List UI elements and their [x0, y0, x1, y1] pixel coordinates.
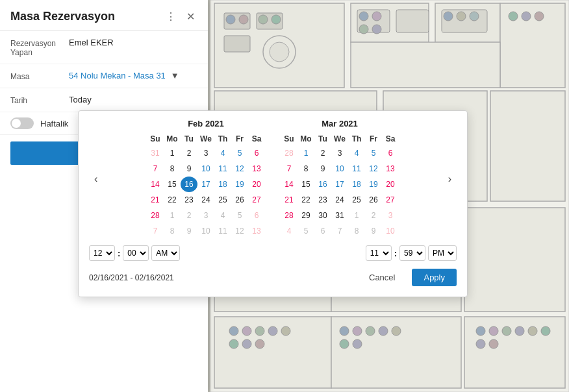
calendar-day[interactable]: 2 [314, 145, 331, 161]
calendar-day[interactable]: 11 [214, 223, 231, 239]
calendar-day[interactable]: 29 [297, 208, 314, 223]
calendar-day[interactable]: 12 [365, 161, 382, 177]
calendar-day[interactable]: 7 [147, 161, 164, 177]
calendar-day[interactable]: 8 [297, 161, 314, 177]
calendar-day[interactable]: 21 [147, 192, 164, 208]
start-minute-select[interactable]: 00153045 [123, 245, 149, 261]
calendar-day[interactable]: 16 [314, 177, 331, 192]
calendar-day[interactable]: 27 [382, 192, 399, 208]
calendar-day[interactable]: 19 [365, 177, 382, 192]
calendar-day[interactable]: 7 [281, 161, 297, 177]
calendar-day[interactable]: 19 [231, 177, 248, 192]
calendar-day[interactable]: 4 [281, 223, 297, 239]
calendar-day[interactable]: 28 [147, 208, 164, 223]
calendar-day[interactable]: 17 [331, 177, 348, 192]
calendar-day[interactable]: 11 [214, 161, 231, 177]
calendar-day[interactable]: 9 [365, 223, 382, 239]
end-hour-select[interactable]: 111212 3456 78910 [366, 245, 392, 261]
masa-dropdown-arrow[interactable]: ▼ [171, 71, 179, 80]
calendar-day[interactable]: 10 [197, 223, 214, 239]
calendar-day[interactable]: 10 [382, 223, 399, 239]
start-ampm-select[interactable]: AMPM [151, 245, 180, 261]
calendar-day[interactable]: 2 [181, 208, 197, 223]
calendar-day[interactable]: 1 [164, 145, 181, 161]
calendar-day[interactable]: 23 [181, 192, 197, 208]
calendar-day[interactable]: 30 [314, 208, 331, 223]
calendar-day[interactable]: 3 [197, 145, 214, 161]
calendar-day[interactable]: 15 [164, 177, 181, 192]
end-ampm-select[interactable]: PMAM [428, 245, 457, 261]
close-button[interactable]: ✕ [184, 9, 197, 24]
calendar-day[interactable]: 28 [281, 145, 297, 161]
calendar-day[interactable]: 20 [248, 177, 265, 192]
calendar-day[interactable]: 25 [214, 192, 231, 208]
calendar-day[interactable]: 14 [147, 177, 164, 192]
calendar-day[interactable]: 11 [348, 161, 365, 177]
calendar-day[interactable]: 10 [197, 161, 214, 177]
calendar-day[interactable]: 8 [348, 223, 365, 239]
calendar-day[interactable]: 4 [214, 208, 231, 223]
calendar-day[interactable]: 5 [231, 145, 248, 161]
calendar-day[interactable]: 27 [248, 192, 265, 208]
calendar-day[interactable]: 5 [365, 145, 382, 161]
calendar-day[interactable]: 17 [197, 177, 214, 192]
calendar-day[interactable]: 2 [365, 208, 382, 223]
calendar-day[interactable]: 1 [348, 208, 365, 223]
calendar-day[interactable]: 5 [297, 223, 314, 239]
calendar-day[interactable]: 28 [281, 208, 297, 223]
calendar-day[interactable]: 6 [382, 145, 399, 161]
prev-month-button[interactable]: ‹ [89, 172, 103, 186]
calendar-day[interactable]: 4 [348, 145, 365, 161]
calendar-day[interactable]: 9 [181, 161, 197, 177]
calendar-day[interactable]: 5 [231, 208, 248, 223]
calendar-day[interactable]: 6 [314, 223, 331, 239]
calendar-day[interactable]: 24 [197, 192, 214, 208]
more-options-button[interactable]: ⋮ [163, 9, 179, 24]
calendar-day[interactable]: 13 [248, 161, 265, 177]
svg-point-59 [340, 339, 349, 349]
calendar-day[interactable]: 13 [248, 223, 265, 239]
calendar-day[interactable]: 14 [281, 177, 297, 192]
masa-selector[interactable]: 54 Nolu Mekan - Masa 31 ▼ [69, 71, 179, 80]
calendar-day[interactable]: 6 [248, 208, 265, 223]
end-minute-select[interactable]: 5900153045 [399, 245, 425, 261]
calendar-day[interactable]: 31 [331, 208, 348, 223]
calendar-day[interactable]: 7 [147, 223, 164, 239]
calendar-day[interactable]: 26 [365, 192, 382, 208]
calendar-day[interactable]: 24 [331, 192, 348, 208]
calendar-day[interactable]: 12 [231, 223, 248, 239]
calendar-day[interactable]: 22 [297, 192, 314, 208]
calendar-day[interactable]: 3 [331, 145, 348, 161]
calendar-day[interactable]: 22 [164, 192, 181, 208]
calendar-day[interactable]: 15 [297, 177, 314, 192]
calendar-day[interactable]: 16 [181, 177, 197, 192]
calendar-day[interactable]: 7 [331, 223, 348, 239]
calendar-day[interactable]: 10 [331, 161, 348, 177]
calendar-day[interactable]: 3 [197, 208, 214, 223]
calendar-day[interactable]: 13 [382, 161, 399, 177]
calendar-day[interactable]: 2 [181, 145, 197, 161]
calendar-day[interactable]: 1 [164, 208, 181, 223]
calendar-day[interactable]: 26 [231, 192, 248, 208]
calendar-day[interactable]: 4 [214, 145, 231, 161]
start-hour-select[interactable]: 12123 4567 891011 [89, 245, 115, 261]
calendar-day[interactable]: 9 [314, 161, 331, 177]
calendar-day[interactable]: 18 [348, 177, 365, 192]
calendar-day[interactable]: 8 [164, 223, 181, 239]
apply-button[interactable]: Apply [412, 269, 457, 286]
calendar-day[interactable]: 8 [164, 161, 181, 177]
haftalik-toggle[interactable] [10, 117, 34, 129]
calendar-day[interactable]: 3 [382, 208, 399, 223]
calendar-day[interactable]: 25 [348, 192, 365, 208]
calendar-day[interactable]: 6 [248, 145, 265, 161]
calendar-day[interactable]: 23 [314, 192, 331, 208]
calendar-day[interactable]: 21 [281, 192, 297, 208]
calendar-day[interactable]: 9 [181, 223, 197, 239]
calendar-day[interactable]: 31 [147, 145, 164, 161]
calendar-day[interactable]: 20 [382, 177, 399, 192]
calendar-day[interactable]: 18 [214, 177, 231, 192]
calendar-day[interactable]: 1 [297, 145, 314, 161]
cancel-button[interactable]: Cancel [360, 269, 404, 286]
calendar-day[interactable]: 12 [231, 161, 248, 177]
next-month-button[interactable]: › [443, 172, 457, 186]
